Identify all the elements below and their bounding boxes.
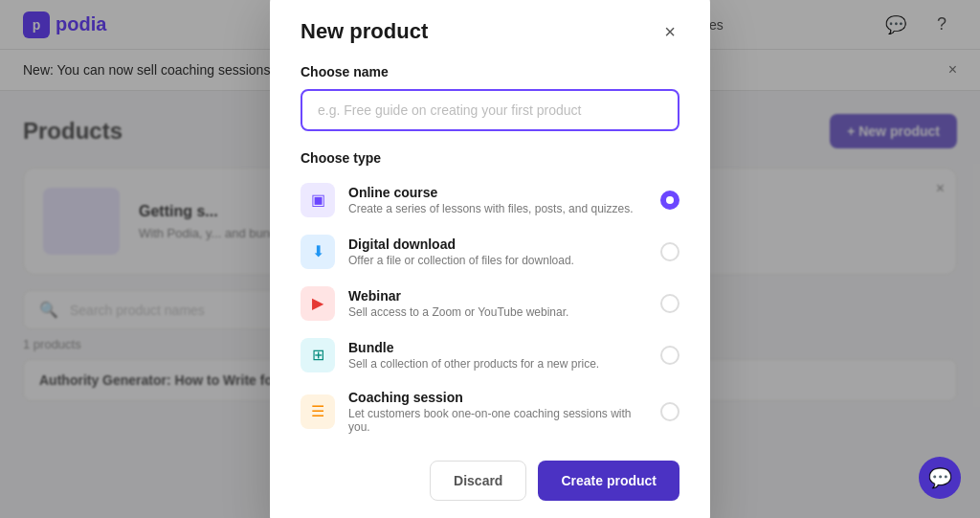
coaching-session-icon: ☰: [301, 394, 335, 429]
bundle-desc: Sell a collection of other products for …: [348, 357, 647, 371]
type-option-coaching-session[interactable]: ☰ Coaching session Let customers book on…: [301, 386, 679, 438]
chat-widget[interactable]: 💬: [919, 457, 961, 499]
bundle-icon: ⊞: [301, 338, 335, 372]
type-option-webinar[interactable]: ▶ Webinar Sell access to a Zoom or YouTu…: [301, 282, 679, 325]
webinar-text: Webinar Sell access to a Zoom or YouTube…: [348, 288, 647, 319]
chat-icon: 💬: [928, 466, 952, 489]
digital-download-radio[interactable]: [660, 242, 679, 261]
bundle-text: Bundle Sell a collection of other produc…: [348, 340, 647, 371]
type-option-online-course[interactable]: ▣ Online course Create a series of lesso…: [301, 179, 679, 221]
digital-download-desc: Offer a file or collection of files for …: [348, 254, 647, 267]
online-course-icon: ▣: [301, 183, 335, 217]
digital-download-icon: ⬇: [301, 235, 335, 269]
new-product-modal: New product × Choose name Choose type ▣ …: [270, 0, 710, 518]
online-course-name: Online course: [348, 185, 647, 200]
digital-download-name: Digital download: [348, 236, 647, 252]
product-types-list: ▣ Online course Create a series of lesso…: [301, 179, 679, 438]
online-course-text: Online course Create a series of lessons…: [348, 185, 647, 215]
coaching-session-radio[interactable]: [660, 402, 679, 421]
modal-overlay: New product × Choose name Choose type ▣ …: [0, 0, 980, 518]
webinar-name: Webinar: [348, 288, 647, 304]
digital-download-text: Digital download Offer a file or collect…: [348, 236, 647, 267]
online-course-radio[interactable]: [660, 191, 679, 210]
type-label: Choose type: [301, 150, 679, 166]
modal-close-button[interactable]: ×: [660, 18, 679, 45]
bundle-name: Bundle: [348, 340, 647, 355]
online-course-desc: Create a series of lessons with files, p…: [348, 202, 647, 215]
coaching-session-name: Coaching session: [348, 390, 647, 405]
bundle-radio[interactable]: [660, 346, 679, 365]
webinar-radio[interactable]: [660, 294, 679, 313]
modal-footer: Discard Create product: [301, 461, 679, 501]
product-name-input[interactable]: [301, 89, 679, 131]
webinar-desc: Sell access to a Zoom or YouTube webinar…: [348, 305, 647, 319]
type-option-bundle[interactable]: ⊞ Bundle Sell a collection of other prod…: [301, 334, 679, 376]
coaching-session-text: Coaching session Let customers book one-…: [348, 390, 647, 434]
modal-title: New product: [301, 19, 428, 44]
type-option-digital-download[interactable]: ⬇ Digital download Offer a file or colle…: [301, 231, 679, 273]
create-product-button[interactable]: Create product: [538, 461, 679, 501]
name-label: Choose name: [301, 64, 679, 79]
discard-button[interactable]: Discard: [430, 461, 526, 501]
modal-header: New product ×: [301, 18, 679, 45]
webinar-icon: ▶: [301, 286, 335, 321]
coaching-session-desc: Let customers book one-on-one coaching s…: [348, 407, 647, 434]
